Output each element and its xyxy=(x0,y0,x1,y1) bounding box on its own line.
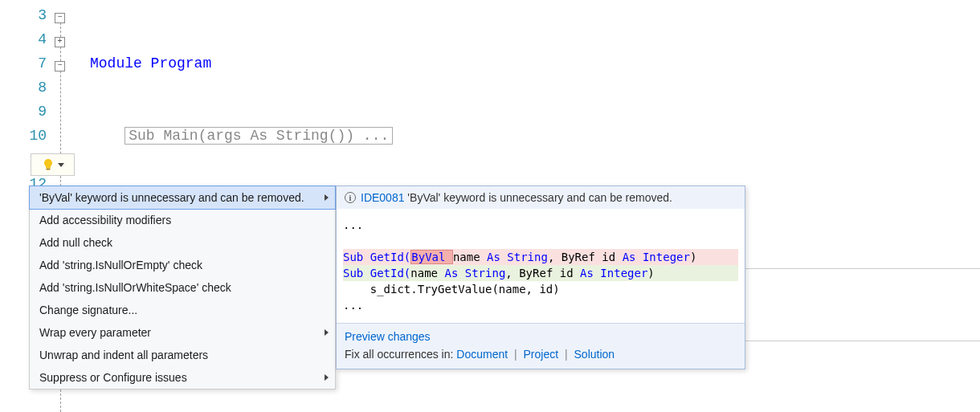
collapsed-region[interactable]: Sub Main(args As String()) ... xyxy=(125,127,393,145)
quick-actions-menu: 'ByVal' keyword is unnecessary and can b… xyxy=(29,186,336,390)
fold-toggle-icon[interactable]: − xyxy=(55,61,65,71)
fix-scope-project[interactable]: Project xyxy=(524,348,559,361)
svg-rect-0 xyxy=(46,169,50,170)
fix-scope-document[interactable]: Document xyxy=(456,348,508,361)
preview-changes-link[interactable]: Preview changes xyxy=(345,330,431,343)
menu-item-isnullorwhitespace[interactable]: Add 'string.IsNullOrWhiteSpace' check xyxy=(30,276,335,299)
keyword: Module xyxy=(90,55,142,71)
fold-toggle-icon[interactable]: − xyxy=(55,13,65,23)
menu-item-remove-byval[interactable]: 'ByVal' keyword is unnecessary and can b… xyxy=(29,186,336,210)
chevron-right-icon xyxy=(325,329,329,336)
diagnostic-id-link[interactable]: IDE0081 xyxy=(361,191,404,204)
chevron-right-icon xyxy=(325,194,329,201)
fix-scope-solution[interactable]: Solution xyxy=(574,348,615,361)
chevron-down-icon xyxy=(58,163,64,167)
menu-item-unwrap-params[interactable]: Unwrap and indent all parameters xyxy=(30,344,335,366)
chevron-right-icon xyxy=(325,374,329,381)
lightbulb-icon xyxy=(42,158,55,171)
menu-item-wrap-params[interactable]: Wrap every parameter xyxy=(30,321,335,344)
info-icon: i xyxy=(345,192,356,203)
preview-header: i IDE0081 'ByVal' keyword is unnecessary… xyxy=(337,186,745,209)
menu-item-add-null-check[interactable]: Add null check xyxy=(30,231,335,254)
preview-footer: Preview changes Fix all occurrences in: … xyxy=(337,323,745,369)
menu-item-change-signature[interactable]: Change signature... xyxy=(30,299,335,321)
lightbulb-button[interactable] xyxy=(31,153,75,176)
menu-item-suppress[interactable]: Suppress or Configure issues xyxy=(30,366,335,389)
code-fix-preview: i IDE0081 'ByVal' keyword is unnecessary… xyxy=(336,186,745,369)
fold-toggle-icon[interactable]: + xyxy=(55,37,65,47)
menu-item-add-accessibility[interactable]: Add accessibility modifiers xyxy=(30,209,335,231)
diff-preview: ... Sub GetId(ByVal name As String, ByRe… xyxy=(337,209,745,323)
menu-item-isnullorempty[interactable]: Add 'string.IsNullOrEmpty' check xyxy=(30,254,335,276)
